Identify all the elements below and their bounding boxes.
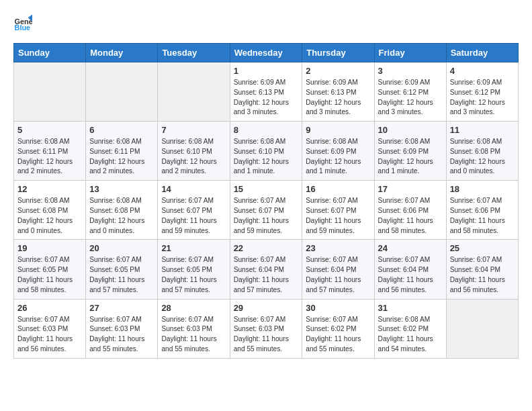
day-info: Sunrise: 6:07 AM Sunset: 6:04 PM Dayligh… — [234, 255, 299, 295]
calendar-table: SundayMondayTuesdayWednesdayThursdayFrid… — [13, 43, 519, 359]
calendar-cell — [86, 62, 158, 122]
day-number: 17 — [378, 184, 443, 194]
calendar-cell: 2Sunrise: 6:09 AM Sunset: 6:13 PM Daylig… — [302, 62, 374, 122]
day-info: Sunrise: 6:08 AM Sunset: 6:10 PM Dayligh… — [161, 137, 226, 177]
day-number: 24 — [378, 243, 443, 253]
calendar-cell: 26Sunrise: 6:07 AM Sunset: 6:03 PM Dayli… — [14, 299, 86, 358]
calendar-cell: 15Sunrise: 6:07 AM Sunset: 6:07 PM Dayli… — [230, 181, 302, 240]
svg-text:Blue: Blue — [15, 24, 31, 32]
calendar-cell — [14, 62, 86, 122]
week-row-2: 5Sunrise: 6:08 AM Sunset: 6:11 PM Daylig… — [14, 122, 519, 181]
weekday-header-tuesday: Tuesday — [158, 44, 230, 62]
calendar-cell: 6Sunrise: 6:08 AM Sunset: 6:11 PM Daylig… — [86, 122, 158, 181]
weekday-header-wednesday: Wednesday — [230, 44, 302, 62]
day-number: 5 — [17, 125, 82, 135]
day-info: Sunrise: 6:07 AM Sunset: 6:04 PM Dayligh… — [450, 255, 515, 295]
day-number: 21 — [161, 243, 226, 253]
weekday-header-sunday: Sunday — [14, 44, 86, 62]
day-number: 15 — [234, 184, 299, 194]
day-number: 31 — [378, 303, 443, 313]
day-number: 8 — [234, 125, 299, 135]
logo: General Blue — [13, 13, 35, 32]
day-number: 27 — [89, 303, 154, 313]
calendar-cell: 12Sunrise: 6:08 AM Sunset: 6:08 PM Dayli… — [14, 181, 86, 240]
calendar-cell: 29Sunrise: 6:07 AM Sunset: 6:03 PM Dayli… — [230, 299, 302, 358]
day-info: Sunrise: 6:07 AM Sunset: 6:03 PM Dayligh… — [89, 315, 154, 355]
day-number: 25 — [450, 243, 515, 253]
weekday-header-monday: Monday — [86, 44, 158, 62]
calendar-cell: 21Sunrise: 6:07 AM Sunset: 6:05 PM Dayli… — [158, 240, 230, 299]
day-number: 22 — [234, 243, 299, 253]
day-info: Sunrise: 6:07 AM Sunset: 6:07 PM Dayligh… — [161, 196, 226, 236]
day-number: 6 — [89, 125, 154, 135]
day-info: Sunrise: 6:07 AM Sunset: 6:04 PM Dayligh… — [306, 255, 370, 295]
calendar-body: 1Sunrise: 6:09 AM Sunset: 6:13 PM Daylig… — [14, 62, 519, 359]
day-info: Sunrise: 6:08 AM Sunset: 6:08 PM Dayligh… — [89, 196, 154, 236]
day-info: Sunrise: 6:08 AM Sunset: 6:11 PM Dayligh… — [17, 137, 82, 177]
day-info: Sunrise: 6:08 AM Sunset: 6:10 PM Dayligh… — [234, 137, 299, 177]
day-info: Sunrise: 6:09 AM Sunset: 6:13 PM Dayligh… — [306, 78, 370, 118]
calendar-cell: 27Sunrise: 6:07 AM Sunset: 6:03 PM Dayli… — [86, 299, 158, 358]
week-row-1: 1Sunrise: 6:09 AM Sunset: 6:13 PM Daylig… — [14, 62, 519, 122]
day-number: 30 — [306, 303, 370, 313]
week-row-3: 12Sunrise: 6:08 AM Sunset: 6:08 PM Dayli… — [14, 181, 519, 240]
day-number: 7 — [161, 125, 226, 135]
calendar-cell: 14Sunrise: 6:07 AM Sunset: 6:07 PM Dayli… — [158, 181, 230, 240]
logo-icon: General Blue — [13, 13, 32, 32]
day-info: Sunrise: 6:09 AM Sunset: 6:13 PM Dayligh… — [234, 78, 299, 118]
calendar-cell — [446, 299, 518, 358]
calendar-cell: 25Sunrise: 6:07 AM Sunset: 6:04 PM Dayli… — [446, 240, 518, 299]
day-info: Sunrise: 6:08 AM Sunset: 6:11 PM Dayligh… — [89, 137, 154, 177]
page-header: General Blue — [13, 13, 519, 32]
weekday-header-friday: Friday — [374, 44, 446, 62]
calendar-cell: 7Sunrise: 6:08 AM Sunset: 6:10 PM Daylig… — [158, 122, 230, 181]
day-number: 9 — [306, 125, 370, 135]
day-number: 10 — [378, 125, 443, 135]
calendar-cell: 1Sunrise: 6:09 AM Sunset: 6:13 PM Daylig… — [230, 62, 302, 122]
calendar-cell: 22Sunrise: 6:07 AM Sunset: 6:04 PM Dayli… — [230, 240, 302, 299]
day-number: 23 — [306, 243, 370, 253]
weekday-header-saturday: Saturday — [446, 44, 518, 62]
day-info: Sunrise: 6:07 AM Sunset: 6:07 PM Dayligh… — [234, 196, 299, 236]
calendar-cell: 30Sunrise: 6:07 AM Sunset: 6:02 PM Dayli… — [302, 299, 374, 358]
day-info: Sunrise: 6:07 AM Sunset: 6:06 PM Dayligh… — [450, 196, 515, 236]
calendar-cell: 28Sunrise: 6:07 AM Sunset: 6:03 PM Dayli… — [158, 299, 230, 358]
calendar-cell: 11Sunrise: 6:08 AM Sunset: 6:08 PM Dayli… — [446, 122, 518, 181]
calendar-cell: 23Sunrise: 6:07 AM Sunset: 6:04 PM Dayli… — [302, 240, 374, 299]
calendar-cell: 18Sunrise: 6:07 AM Sunset: 6:06 PM Dayli… — [446, 181, 518, 240]
week-row-5: 26Sunrise: 6:07 AM Sunset: 6:03 PM Dayli… — [14, 299, 519, 358]
day-number: 28 — [161, 303, 226, 313]
day-number: 1 — [234, 66, 299, 76]
calendar-cell: 16Sunrise: 6:07 AM Sunset: 6:07 PM Dayli… — [302, 181, 374, 240]
weekday-header-row: SundayMondayTuesdayWednesdayThursdayFrid… — [14, 44, 519, 62]
calendar-cell: 31Sunrise: 6:08 AM Sunset: 6:02 PM Dayli… — [374, 299, 446, 358]
day-number: 12 — [17, 184, 82, 194]
day-number: 14 — [161, 184, 226, 194]
calendar-cell — [158, 62, 230, 122]
day-info: Sunrise: 6:07 AM Sunset: 6:05 PM Dayligh… — [161, 255, 226, 295]
day-info: Sunrise: 6:07 AM Sunset: 6:06 PM Dayligh… — [378, 196, 443, 236]
day-number: 11 — [450, 125, 515, 135]
day-number: 19 — [17, 243, 82, 253]
weekday-header-thursday: Thursday — [302, 44, 374, 62]
day-number: 13 — [89, 184, 154, 194]
calendar-cell: 24Sunrise: 6:07 AM Sunset: 6:04 PM Dayli… — [374, 240, 446, 299]
week-row-4: 19Sunrise: 6:07 AM Sunset: 6:05 PM Dayli… — [14, 240, 519, 299]
calendar-cell: 8Sunrise: 6:08 AM Sunset: 6:10 PM Daylig… — [230, 122, 302, 181]
day-info: Sunrise: 6:08 AM Sunset: 6:09 PM Dayligh… — [306, 137, 370, 177]
day-number: 20 — [89, 243, 154, 253]
calendar-cell: 4Sunrise: 6:09 AM Sunset: 6:12 PM Daylig… — [446, 62, 518, 122]
day-info: Sunrise: 6:08 AM Sunset: 6:09 PM Dayligh… — [378, 137, 443, 177]
day-number: 29 — [234, 303, 299, 313]
calendar-cell: 9Sunrise: 6:08 AM Sunset: 6:09 PM Daylig… — [302, 122, 374, 181]
day-number: 18 — [450, 184, 515, 194]
day-info: Sunrise: 6:08 AM Sunset: 6:02 PM Dayligh… — [378, 315, 443, 355]
day-number: 4 — [450, 66, 515, 76]
calendar-cell: 13Sunrise: 6:08 AM Sunset: 6:08 PM Dayli… — [86, 181, 158, 240]
day-number: 3 — [378, 66, 443, 76]
day-number: 16 — [306, 184, 370, 194]
day-info: Sunrise: 6:07 AM Sunset: 6:03 PM Dayligh… — [234, 315, 299, 355]
calendar-cell: 3Sunrise: 6:09 AM Sunset: 6:12 PM Daylig… — [374, 62, 446, 122]
day-number: 26 — [17, 303, 82, 313]
day-info: Sunrise: 6:09 AM Sunset: 6:12 PM Dayligh… — [378, 78, 443, 118]
